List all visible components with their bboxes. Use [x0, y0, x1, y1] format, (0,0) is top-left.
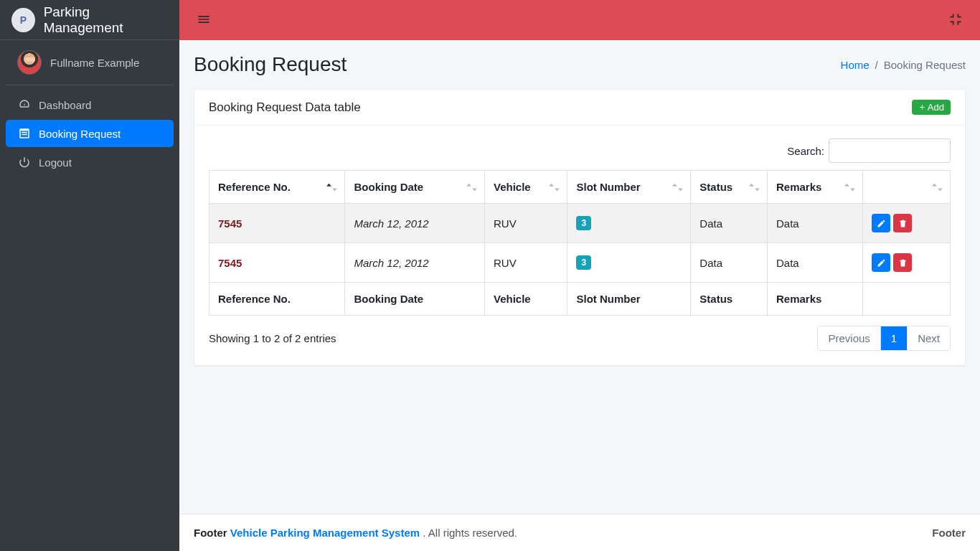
footer-left-label: Footer: [194, 527, 227, 539]
cell-status: Data: [691, 243, 768, 283]
trash-icon: [898, 258, 908, 268]
column-footer: [863, 283, 951, 316]
cell-vehicle: RUV: [485, 243, 567, 283]
cell-vehicle: RUV: [485, 204, 567, 243]
power-icon: [16, 156, 33, 169]
data-table: Reference No.Booking DateVehicleSlot Num…: [209, 170, 951, 316]
breadcrumb-current: Booking Request: [884, 59, 966, 71]
column-footer: Slot Number: [567, 283, 691, 316]
column-footer: Status: [691, 283, 768, 316]
bars-icon: [197, 12, 211, 27]
sidebar-item-dashboard[interactable]: Dashboard: [6, 91, 174, 118]
cell-remarks: Data: [767, 204, 862, 243]
table-footer: Showing 1 to 2 of 2 entries Previous1Nex…: [209, 326, 951, 351]
add-button-label: Add: [928, 102, 944, 113]
topbar: [179, 0, 980, 40]
cell-status: Data: [691, 204, 768, 243]
table-search: Search:: [209, 138, 951, 163]
column-footer: Remarks: [767, 283, 862, 316]
table-body: 7545March 12, 2012RUV3DataData7545March …: [209, 204, 951, 283]
sidebar-item-label: Booking Request: [39, 128, 121, 140]
row-actions: [872, 214, 941, 232]
brand-logo-icon: P: [11, 8, 35, 32]
nav-menu: DashboardBooking RequestLogout: [0, 91, 179, 177]
cell-booking-date: March 12, 2012: [354, 217, 428, 230]
column-header[interactable]: Remarks: [767, 171, 862, 204]
compress-icon: [948, 12, 963, 27]
sidebar-item-logout[interactable]: Logout: [6, 149, 174, 176]
edit-button[interactable]: [872, 214, 890, 232]
footer-left: Footer Vehicle Parking Management System…: [194, 527, 517, 539]
footer-dot: .: [423, 527, 428, 539]
column-label: Booking Date: [354, 181, 423, 193]
column-header[interactable]: Vehicle: [485, 171, 567, 204]
table-row: 7545March 12, 2012RUV3DataData: [209, 204, 951, 243]
dashboard-icon: [16, 98, 33, 111]
table-row: 7545March 12, 2012RUV3DataData: [209, 243, 951, 283]
pagination: Previous1Next: [817, 326, 951, 351]
trash-icon: [898, 219, 908, 228]
cell-reference: 7545: [218, 257, 242, 269]
cell-booking-date: March 12, 2012: [354, 257, 428, 269]
column-header[interactable]: Slot Number: [567, 171, 691, 204]
table-foot: Reference No.Booking DateVehicleSlot Num…: [209, 283, 951, 316]
sidebar-item-label: Logout: [39, 156, 72, 169]
column-footer: Booking Date: [345, 283, 485, 316]
plus-icon: [918, 103, 926, 111]
column-header[interactable]: Status: [691, 171, 768, 204]
breadcrumb-home-link[interactable]: Home: [841, 59, 870, 71]
page-number-button[interactable]: 1: [881, 326, 908, 350]
slot-badge: 3: [576, 255, 591, 270]
cell-remarks: Data: [767, 243, 862, 283]
content-body: Booking Request Data table Add Search: R…: [179, 80, 980, 514]
brand: P Parking Management: [0, 0, 179, 40]
footer-rights: All rights reserved.: [428, 527, 517, 539]
sidebar: P Parking Management Fullname Example Da…: [0, 0, 179, 551]
column-header[interactable]: [863, 171, 951, 204]
card-title: Booking Request Data table: [209, 100, 361, 115]
column-header[interactable]: Booking Date: [345, 171, 485, 204]
footer-system-link[interactable]: Vehicle Parking Management System: [230, 527, 420, 539]
table-head: Reference No.Booking DateVehicleSlot Num…: [209, 171, 951, 204]
user-panel: Fullname Example: [6, 40, 174, 85]
page-title: Booking Request: [194, 53, 347, 76]
card-header: Booking Request Data table Add: [194, 90, 965, 126]
cell-reference: 7545: [218, 217, 242, 230]
column-label: Status: [699, 181, 732, 193]
column-label: Reference No.: [218, 181, 291, 193]
column-footer: Vehicle: [485, 283, 567, 316]
add-button[interactable]: Add: [912, 100, 951, 115]
card: Booking Request Data table Add Search: R…: [194, 89, 966, 366]
table-info: Showing 1 to 2 of 2 entries: [209, 332, 336, 344]
delete-button[interactable]: [893, 214, 912, 232]
sidebar-item-label: Dashboard: [39, 99, 91, 111]
user-name: Fullname Example: [50, 57, 139, 69]
edit-button[interactable]: [872, 253, 890, 272]
row-actions: [872, 253, 941, 272]
main: Booking Request Home / Booking Request B…: [179, 0, 980, 551]
search-input[interactable]: [829, 138, 951, 163]
column-label: Remarks: [776, 181, 821, 193]
slot-badge: 3: [576, 216, 591, 230]
column-footer: Reference No.: [209, 283, 345, 316]
footer-right-label: Footer: [932, 527, 966, 539]
edit-icon: [877, 258, 886, 268]
page-footer: Footer Vehicle Parking Management System…: [179, 514, 980, 551]
column-label: Vehicle: [494, 181, 531, 193]
page-prev-button[interactable]: Previous: [818, 326, 880, 350]
brand-title: Parking Management: [44, 4, 168, 36]
column-header[interactable]: Reference No.: [209, 171, 345, 204]
avatar: [17, 50, 42, 75]
fullscreen-collapse-button[interactable]: [944, 8, 967, 33]
column-label: Slot Number: [576, 181, 640, 193]
breadcrumb: Home / Booking Request: [841, 59, 966, 71]
edit-icon: [877, 219, 886, 228]
delete-button[interactable]: [893, 253, 912, 272]
booking-icon: [16, 127, 33, 140]
card-body: Search: Reference No.Booking DateVehicle…: [194, 126, 965, 365]
menu-toggle-button[interactable]: [192, 8, 215, 33]
sidebar-item-booking-request[interactable]: Booking Request: [6, 120, 174, 147]
footer-right: Footer: [932, 527, 966, 539]
page-next-button[interactable]: Next: [908, 326, 950, 350]
content-header: Booking Request Home / Booking Request: [179, 40, 980, 80]
